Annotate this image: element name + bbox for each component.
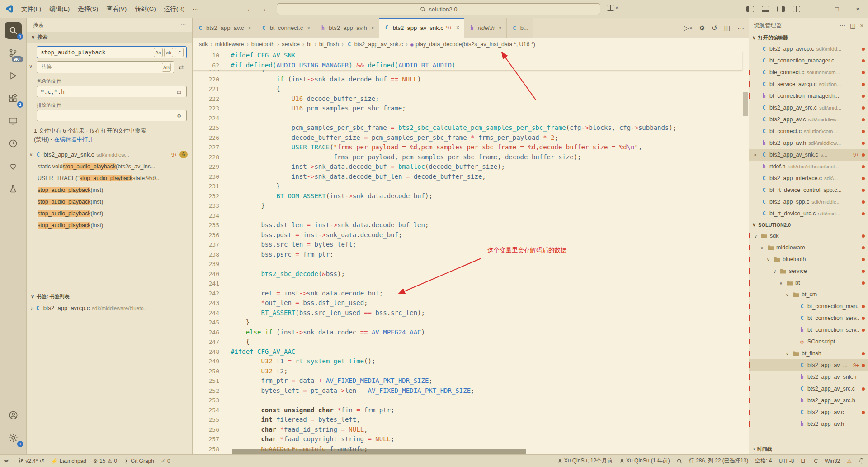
files-to-include-input[interactable]: *.c,*.h ▤ [37,86,187,97]
exclude-settings-gear-icon[interactable]: ⚙ [175,111,184,120]
open-in-editor-link[interactable]: 在编辑器中打开 [54,136,94,143]
search-result-row[interactable]: stop_audio_playback(inst); [27,208,192,219]
open-editor-item[interactable]: Cbt_rt_device_control_spp.c... [749,184,868,196]
editor-tab-active[interactable]: C bts2_app_av_snk.c 9+ × [379,18,464,38]
close-tab-icon[interactable]: × [499,25,502,31]
close-editor-icon[interactable]: × [752,152,759,157]
close-tab-icon[interactable]: × [248,25,251,31]
toggle-secondary-sidebar-icon[interactable] [777,6,785,12]
search-input[interactable]: stop_audio_playback Aa ab .* [37,46,187,58]
toggle-sidebar-icon[interactable] [746,6,754,12]
open-editor-item[interactable]: Cbt_connect.csolution\com... [749,125,868,137]
toggle-panel-icon[interactable] [762,6,769,12]
eol-item[interactable]: LF [801,458,807,464]
minimize-button[interactable]: – [806,0,826,18]
explorer-tree-item[interactable]: Cbts2_app_av_src.c [749,383,868,395]
command-center-search[interactable]: solution2.0 [277,3,600,15]
open-editor-item[interactable]: Cbts2_app_av_src.csdk\mid... [749,102,868,114]
blame-item[interactable]: Xu QinSu, 12个月前 [557,457,613,465]
close-tab-icon[interactable]: × [307,25,310,31]
search-result-row[interactable]: stop_audio_playback(inst); [27,219,192,231]
more-actions-icon[interactable]: ⋯ [180,22,186,28]
editor-tab[interactable]: C bts2_app_av.c × [193,18,256,38]
breadcrumb-item[interactable]: bt_finsh [319,41,339,48]
explorer-tree-item[interactable]: ∨bt [749,277,868,289]
run-debug-activity-button[interactable] [5,67,22,84]
explorer-tree-item[interactable]: hbts2_app_av_snk.h [749,371,868,383]
open-editor-item[interactable]: Cbts2_app_spp.csdk\middle... [749,196,868,208]
explorer-tree-item[interactable]: hbt_connection_serv... [749,324,868,336]
menu-more-icon[interactable]: ⋯ [189,5,203,13]
breadcrumb-item[interactable]: bt [307,41,311,48]
breadcrumb-item[interactable]: bluetooth [251,41,274,48]
git-branch-item[interactable]: v2.4* ↺ [18,458,44,464]
toolbar-gear-icon[interactable]: ⚙ [699,24,705,32]
explorer-tree-item[interactable]: ∨middleware [749,242,868,253]
explorer-tree-item[interactable]: ∨sdk [749,230,868,242]
editor-tab[interactable]: C b... [507,18,533,38]
extensions-activity-button[interactable]: 2 [5,90,22,107]
close-tab-icon[interactable]: × [456,24,459,31]
nav-forward-icon[interactable]: → [260,0,267,18]
search-result-row[interactable]: static void stop_audio_playback(bts2s_av… [27,161,192,172]
search-result-row[interactable]: USER_TRACE("stop_audio_playback state:%d… [27,172,192,184]
open-editor-item[interactable]: Cbt_rt_device_urc.csdk\mid... [749,208,868,219]
search-section-header[interactable]: ∨ 搜索 [27,32,192,43]
explorer-tree-item[interactable]: ⚙SConscript [749,336,868,348]
breadcrumb-item[interactable]: middleware [215,41,244,48]
explorer-tree-item[interactable]: ∨service [749,265,868,277]
views-icon[interactable]: ◫ [850,22,855,29]
check-item[interactable]: ✓ 0 [161,458,170,464]
open-editor-item[interactable]: hbt_connection_manager.h... [749,90,868,102]
zoom-item[interactable] [677,458,682,464]
layout-control-icon[interactable]: ∨ [607,5,618,11]
open-editor-item[interactable]: Cbt_service_avrcp.csolution... [749,78,868,90]
problems-item[interactable]: ⊗ 15 ⚠ 0 [93,458,117,464]
breadcrumb-file[interactable]: Cbts2_app_av_snk.c [346,41,403,48]
account-button[interactable] [5,406,22,424]
breadcrumb-item[interactable]: sdk [199,41,208,48]
history-icon[interactable]: ↺ [712,24,717,32]
search-result-file-row[interactable]: ∨ C bts2_app_av_snk.c sdk\middlew... 9+ … [27,149,192,161]
cursor-position-item[interactable]: 行 286, 列 22 (已选择13) [689,457,748,465]
test-activity-button[interactable] [5,180,22,197]
sponsor-activity-button[interactable] [5,157,22,175]
menu-run[interactable]: 运行(R) [160,5,189,13]
open-editor-item[interactable]: Cbts2_app_interface.csdk\... [749,172,868,184]
explorer-tree-item[interactable]: Cbt_connection_man... [749,300,868,312]
close-tab-icon[interactable]: × [371,25,374,31]
menu-selection[interactable]: 选择(S) [74,5,102,13]
explorer-tree-item[interactable]: ∨bt_finsh [749,348,868,359]
notifications-bell[interactable] [859,458,864,464]
remote-explorer-activity-button[interactable] [5,112,22,129]
close-window-button[interactable]: × [847,0,868,18]
launchpad-item[interactable]: ⚡ Launchpad [51,458,86,464]
clock-activity-button[interactable] [5,135,22,152]
encoding-item[interactable]: UTF-8 [779,458,794,464]
whole-word-icon[interactable]: ab [164,48,173,57]
open-editor-item[interactable]: Cbts2_app_avrcp.csdk\midd... [749,43,868,55]
customize-layout-icon[interactable] [793,6,800,12]
open-editor-item[interactable]: Cble_connect.csolution\com... [749,67,868,78]
language-item[interactable]: C [814,458,818,464]
open-editors-header[interactable]: ∨ 打开的编辑器 [749,33,868,43]
regex-icon[interactable]: .* [175,48,184,57]
explorer-tree-item[interactable]: Cbts2_app_av.c [749,406,868,418]
horizontal-scrollbar[interactable] [231,449,742,454]
breadcrumb-symbol[interactable]: ◆play_data_decode(bts2s_av_inst_data *, … [410,41,535,48]
git-graph-item[interactable]: Git Graph [124,458,154,464]
explorer-tree-item[interactable]: Cbt_connection_serv... [749,312,868,324]
vertical-scrollbar[interactable] [742,51,749,454]
run-debug-button[interactable]: ▷∨ [684,24,693,32]
search-activity-button[interactable]: 1 [5,22,22,39]
scrollbar-thumb[interactable] [232,449,526,454]
search-result-row[interactable]: stop_audio_playback(inst); [27,184,192,196]
indentation-item[interactable]: 空格: 4 [755,457,772,465]
explorer-tree-item[interactable]: hbts2_app_av.h [749,418,868,430]
replace-input[interactable]: 替换 AB [37,61,174,73]
search-open-editors-icon[interactable]: ▤ [175,87,184,96]
editor-tab-preview[interactable]: h rtdef.h × [464,18,507,38]
source-control-activity-button[interactable]: 9K+ [5,44,22,62]
preserve-case-icon[interactable]: AB [162,63,171,72]
match-case-icon[interactable]: Aa [154,48,163,57]
